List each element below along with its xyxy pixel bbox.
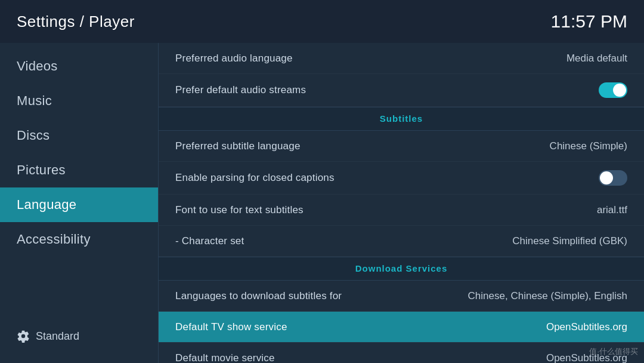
setting-label: - Character set [175,235,244,247]
setting-label: Preferred audio language [175,53,293,64]
page-title: Settings / Player [17,13,135,31]
setting-value: arial.ttf [597,204,627,216]
setting-preferred-audio-lang[interactable]: Preferred audio language Media default [159,43,644,74]
section-header-text: Subtitles [380,113,423,124]
setting-value: Chinese Simplified (GBK) [512,235,627,247]
sidebar: Videos Music Discs Pictures Language Acc… [0,43,158,363]
download-services-section-header: Download Services [159,257,644,281]
subtitles-section-header: Subtitles [159,107,644,131]
setting-label: Languages to download subtitles for [175,290,342,302]
setting-default-movie-service[interactable]: Default movie service OpenSubtitles.org [159,343,644,363]
gear-icon [17,330,30,343]
setting-character-set[interactable]: - Character set Chinese Simplified (GBK) [159,226,644,257]
closed-captions-toggle[interactable] [599,170,627,186]
setting-label: Enable parsing for closed captions [175,172,335,184]
sidebar-item-accessibility[interactable]: Accessibility [0,222,158,257]
main-layout: Videos Music Discs Pictures Language Acc… [0,43,644,363]
watermark: 值·什么值得买 [589,346,638,357]
sidebar-item-videos[interactable]: Videos [0,49,158,84]
standard-label: Standard [36,330,79,343]
sidebar-item-discs[interactable]: Discs [0,118,158,153]
setting-value: Media default [566,53,627,64]
setting-prefer-default-audio[interactable]: Prefer default audio streams [159,74,644,107]
setting-enable-closed-captions[interactable]: Enable parsing for closed captions [159,162,644,195]
setting-label: Prefer default audio streams [175,84,306,96]
sidebar-item-language[interactable]: Language [0,187,158,222]
toggle-knob [613,84,626,97]
setting-value: Chinese, Chinese (Simple), English [468,290,627,302]
setting-preferred-subtitle-lang[interactable]: Preferred subtitle language Chinese (Sim… [159,131,644,162]
setting-label: Default movie service [175,352,275,364]
clock: 11:57 PM [551,11,627,32]
sidebar-item-pictures[interactable]: Pictures [0,153,158,187]
setting-label: Preferred subtitle language [175,140,301,152]
setting-default-tv-service[interactable]: Default TV show service OpenSubtitles.or… [159,312,644,343]
setting-value: Chinese (Simple) [550,140,627,152]
sidebar-item-music[interactable]: Music [0,84,158,118]
sidebar-bottom[interactable]: Standard [0,321,158,351]
content-area[interactable]: Preferred audio language Media default P… [158,43,644,363]
setting-value: OpenSubtitles.org [546,321,627,333]
prefer-default-audio-toggle[interactable] [599,82,627,98]
toggle-knob [600,171,613,184]
setting-label: Default TV show service [175,321,287,333]
setting-label: Font to use for text subtitles [175,204,304,216]
section-header-text: Download Services [355,263,448,273]
setting-font-subtitles[interactable]: Font to use for text subtitles arial.ttf [159,195,644,226]
header: Settings / Player 11:57 PM [0,0,644,43]
setting-languages-download[interactable]: Languages to download subtitles for Chin… [159,281,644,312]
